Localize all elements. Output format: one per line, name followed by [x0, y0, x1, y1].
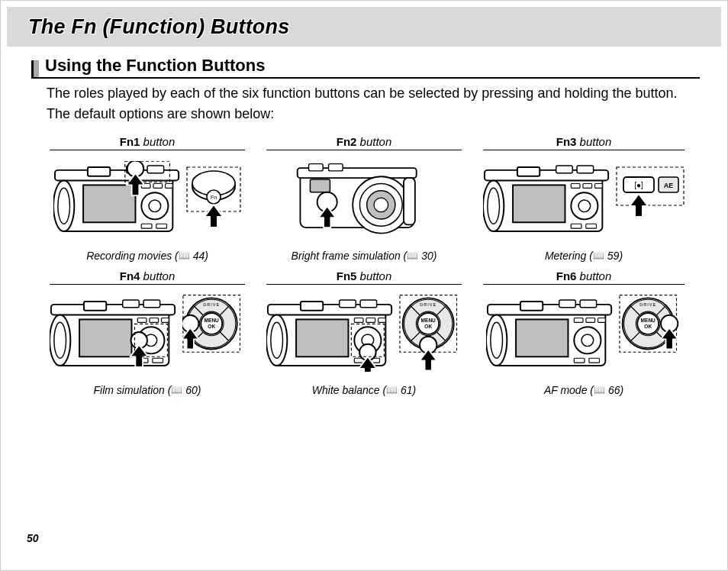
camera-diagram-icon [483, 161, 613, 237]
function-button-cell: Fn2 button Bright frame simulation (📖 30… [266, 135, 462, 262]
ael-callout-icon: [●] AE [616, 166, 685, 232]
caption-page: 66 [608, 384, 620, 396]
caption-text: AF mode ( [544, 384, 594, 396]
fn-illustration: [●] AE [483, 153, 685, 245]
fn-label-suffix: button [356, 135, 391, 148]
caption-page: 61 [401, 384, 413, 396]
caption-close: ) [619, 250, 623, 262]
fn-caption: AF mode (📖 66) [544, 384, 623, 396]
fn-name: Fn6 [556, 269, 577, 282]
camera-diagram-icon [486, 295, 616, 372]
fn-name: Fn5 [337, 269, 357, 282]
title-bar: The Fn (Function) Buttons [7, 7, 721, 47]
fn-label-suffix: button [576, 135, 611, 148]
page-ref-icon: 📖 [179, 250, 190, 261]
camera-diagram-icon [50, 295, 179, 372]
caption-page: 44 [193, 250, 205, 262]
caption-close: ) [413, 384, 417, 396]
fn-caption: Metering (📖 59) [545, 250, 623, 262]
section-marker-icon [31, 60, 39, 77]
fn-label-suffix: button [356, 269, 391, 282]
function-button-grid: Fn1 button Fn Recording movies (📖 44) Fn… [50, 135, 681, 396]
camera-diagram-icon [266, 295, 396, 372]
page-ref-icon: 📖 [593, 250, 604, 261]
fn-illustration [266, 288, 462, 379]
caption-close: ) [620, 384, 623, 396]
caption-page: 59 [607, 250, 620, 262]
fn-name: Fn3 [556, 135, 577, 148]
dpad-callout-icon [182, 294, 245, 373]
caption-close: ) [205, 250, 208, 262]
svg-text:Fn: Fn [211, 195, 217, 200]
intro-paragraph: The roles played by each of the six func… [47, 83, 697, 124]
page-number: 50 [27, 532, 39, 544]
fn-label-suffix: button [140, 135, 175, 148]
page-title: The Fn (Function) Buttons [28, 15, 289, 39]
fn-caption: Film simulation (📖 60) [93, 384, 201, 396]
fn-illustration [266, 153, 462, 245]
section-heading: Using the Function Buttons [45, 56, 265, 76]
fn-name: Fn4 [120, 269, 140, 282]
function-button-cell: Fn6 button AF mode (📖 66) [483, 269, 685, 396]
function-button-cell: Fn3 button [●] AE Metering (📖 59) [483, 135, 685, 262]
caption-text: Metering ( [545, 250, 593, 262]
caption-text: White balance ( [312, 384, 386, 396]
dpad-callout-icon [619, 294, 681, 373]
fn-label-suffix: button [140, 269, 175, 282]
fn-illustration: Fn [50, 153, 245, 245]
fn-label: Fn4 button [50, 269, 245, 285]
fn-illustration [483, 288, 685, 379]
function-button-cell: Fn5 button White balance (📖 61) [266, 269, 462, 396]
caption-text: Film simulation ( [93, 384, 171, 396]
function-button-cell: Fn1 button Fn Recording movies (📖 44) [50, 135, 245, 262]
fn-label: Fn2 button [266, 135, 462, 150]
dpad-callout-icon [399, 294, 462, 373]
page-ref-icon: 📖 [594, 385, 605, 395]
section-heading-row: Using the Function Buttons [31, 56, 700, 79]
page-ref-icon: 📖 [386, 385, 398, 395]
fn-label-suffix: button [576, 269, 611, 282]
caption-close: ) [198, 384, 201, 396]
caption-text: Recording movies ( [86, 250, 179, 262]
fn-name: Fn1 [120, 135, 140, 148]
caption-page: 60 [185, 384, 198, 396]
caption-close: ) [433, 250, 437, 262]
camera-diagram-icon [53, 161, 183, 237]
page-ref-icon: 📖 [171, 385, 182, 395]
fn-label: Fn5 button [266, 269, 462, 285]
dial-callout-icon: Fn [186, 166, 241, 232]
fn-name: Fn2 [337, 135, 357, 148]
caption-page: 30 [421, 250, 433, 262]
page-ref-icon: 📖 [407, 250, 418, 261]
svg-text:[●]: [●] [634, 181, 643, 189]
fn-label: Fn1 button [50, 135, 245, 150]
fn-label: Fn3 button [483, 135, 685, 150]
fn-caption: Bright frame simulation (📖 30) [292, 250, 437, 262]
fn-illustration [50, 288, 245, 379]
caption-text: Bright frame simulation ( [292, 250, 407, 262]
camera-diagram-icon [292, 160, 436, 239]
fn-caption: White balance (📖 61) [312, 384, 416, 396]
fn-label: Fn6 button [483, 269, 685, 285]
function-button-cell: Fn4 button Film simulation (📖 60) [50, 269, 245, 396]
fn-caption: Recording movies (📖 44) [86, 250, 208, 262]
svg-text:AE: AE [664, 182, 674, 189]
section: Using the Function Buttons The roles pla… [31, 56, 700, 396]
